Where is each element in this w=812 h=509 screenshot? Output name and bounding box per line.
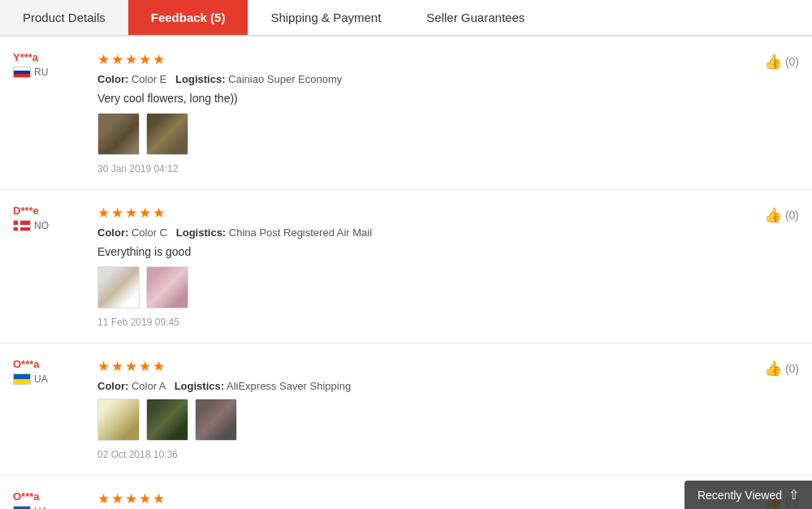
reviewer-name: O***a xyxy=(13,490,40,503)
star-icon: ★ xyxy=(97,51,110,68)
reviewer-flag: UA xyxy=(13,506,48,509)
review-item: Y***aRU★★★★★Color: Color E Logistics: Ca… xyxy=(0,37,812,190)
review-thumbnail[interactable] xyxy=(195,399,237,441)
reviewer-flag: UA xyxy=(13,373,48,385)
review-images xyxy=(97,113,799,155)
star-icon: ★ xyxy=(97,358,110,375)
reviewer-info: Y***aRU xyxy=(13,51,86,175)
tab-product-details[interactable]: Product Details xyxy=(0,0,128,35)
reviewer-name: O***a xyxy=(13,358,40,370)
star-icon: ★ xyxy=(139,490,151,507)
reviewer-flag: NO xyxy=(13,220,49,231)
like-count: (0) xyxy=(785,209,799,222)
review-thumbnail[interactable] xyxy=(97,399,140,441)
tab-seller-guarantees[interactable]: Seller Guarantees xyxy=(404,0,547,35)
review-content: ★★★★★Color: Color A Logistics: AliExpres… xyxy=(86,358,799,460)
reviewer-info: D***eNO xyxy=(13,205,86,328)
star-rating: ★★★★★ xyxy=(97,205,799,222)
star-icon: ★ xyxy=(125,490,137,507)
review-meta: Color: Color E Logistics: Cainiao Super … xyxy=(97,73,799,85)
star-icon: ★ xyxy=(153,205,165,222)
like-button[interactable]: 👍(0) xyxy=(764,360,799,377)
star-icon: ★ xyxy=(139,358,151,375)
review-thumbnail[interactable] xyxy=(97,266,140,308)
thumbs-up-icon: 👍 xyxy=(764,206,782,224)
like-button[interactable]: 👍(0) xyxy=(764,206,799,224)
review-date: 11 Feb 2019 09:45 xyxy=(97,317,799,328)
review-meta: Color: Color C Logistics: China Post Reg… xyxy=(97,226,799,239)
star-icon: ★ xyxy=(153,358,165,375)
reviewer-info: O***aUA xyxy=(13,490,86,509)
review-text: Very cool flowers, long the)) xyxy=(97,92,799,105)
country-name: UA xyxy=(34,373,48,385)
flag-icon xyxy=(13,373,31,385)
reviews-list: Y***aRU★★★★★Color: Color E Logistics: Ca… xyxy=(0,37,812,509)
flag-icon xyxy=(13,220,31,231)
recently-viewed-bar[interactable]: Recently Viewed ⇧ xyxy=(685,481,812,509)
review-thumbnail[interactable] xyxy=(97,113,140,155)
review-content: ★★★★★Color: Color C Logistics: China Pos… xyxy=(86,205,799,328)
star-icon: ★ xyxy=(111,205,123,222)
review-thumbnail[interactable] xyxy=(146,266,188,308)
review-thumbnail[interactable] xyxy=(146,113,188,155)
star-icon: ★ xyxy=(153,51,165,68)
country-name: NO xyxy=(34,220,49,231)
star-icon: ★ xyxy=(153,490,165,507)
star-icon: ★ xyxy=(139,51,151,68)
star-icon: ★ xyxy=(111,51,123,68)
review-item: O***aUA★★★★★Color: Color A Logistics: Al… xyxy=(0,343,812,476)
star-rating: ★★★★★ xyxy=(97,358,799,375)
review-meta: Color: Color A Logistics: AliExpress Sav… xyxy=(97,380,799,392)
star-rating: ★★★★★ xyxy=(97,51,799,68)
star-icon: ★ xyxy=(111,358,123,375)
star-icon: ★ xyxy=(125,51,137,68)
star-icon: ★ xyxy=(97,490,110,507)
chevron-up-icon: ⇧ xyxy=(788,487,799,503)
thumbs-up-icon: 👍 xyxy=(764,53,782,71)
thumbs-up-icon: 👍 xyxy=(764,360,782,377)
reviewer-name: Y***a xyxy=(13,51,38,63)
country-name: RU xyxy=(34,67,48,78)
like-button[interactable]: 👍(0) xyxy=(764,53,799,71)
review-item: D***eNO★★★★★Color: Color C Logistics: Ch… xyxy=(0,190,812,343)
flag-icon xyxy=(13,67,31,78)
review-thumbnail[interactable] xyxy=(146,399,188,441)
star-icon: ★ xyxy=(111,490,123,507)
reviewer-flag: RU xyxy=(13,67,48,78)
review-images xyxy=(97,399,799,441)
tab-feedback[interactable]: Feedback (5) xyxy=(128,0,248,35)
recently-viewed-label: Recently Viewed xyxy=(698,489,782,502)
star-icon: ★ xyxy=(139,205,151,222)
review-date: 02 Oct 2018 10:36 xyxy=(97,449,799,460)
review-date: 30 Jan 2019 04:12 xyxy=(97,163,799,175)
reviewer-info: O***aUA xyxy=(13,358,86,460)
like-count: (0) xyxy=(785,55,799,68)
review-content: ★★★★★Color: Color E Logistics: Cainiao S… xyxy=(86,51,799,175)
flag-icon xyxy=(13,506,31,509)
star-icon: ★ xyxy=(125,358,137,375)
review-images xyxy=(97,266,799,308)
tab-bar: Product Details Feedback (5) Shipping & … xyxy=(0,0,812,37)
tab-shipping-payment[interactable]: Shipping & Payment xyxy=(248,0,404,35)
reviewer-name: D***e xyxy=(13,205,39,217)
like-count: (0) xyxy=(785,362,799,375)
review-text: Everything is good xyxy=(97,245,799,258)
star-icon: ★ xyxy=(97,205,110,222)
country-name: UA xyxy=(34,506,48,509)
star-icon: ★ xyxy=(125,205,137,222)
